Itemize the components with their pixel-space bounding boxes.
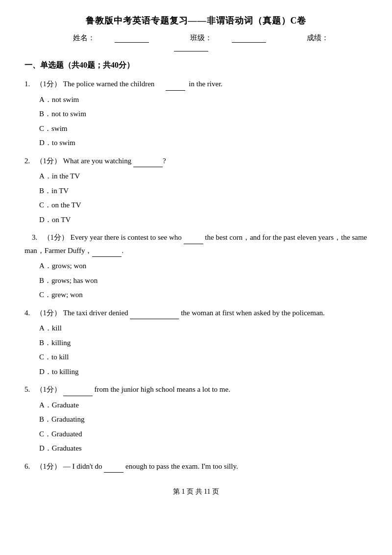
q2-optC: C．on the TV <box>39 199 368 212</box>
q1-optB: B．not to swim <box>39 108 368 121</box>
question-3: 3. （1分） Every year there is contest to s… <box>24 231 368 302</box>
question-3-text: 3. （1分） Every year there is contest to s… <box>24 231 368 257</box>
q3-content: Every year there is contest to see who t… <box>24 233 367 254</box>
q3-score: （1分） <box>43 233 69 241</box>
question-6-text: 6. （1分） — I didn't do enough to pass the… <box>24 460 368 473</box>
q3-optB: B．grows; has won <box>39 275 368 287</box>
q3-optA: A．grows; won <box>39 260 368 273</box>
q4-optB: B．killing <box>39 337 368 350</box>
q1-content: The police warned the children in the ri… <box>63 80 222 88</box>
q6-score: （1分） <box>36 462 62 470</box>
question-6: 6. （1分） — I didn't do enough to pass the… <box>24 460 368 473</box>
q1-optC: C．swim <box>39 123 368 135</box>
q5-optC: C．Graduated <box>39 428 368 441</box>
question-1-text: 1. （1分） The police warned the children i… <box>24 77 368 91</box>
name-label: 姓名： <box>63 34 161 42</box>
page-title: 鲁教版中考英语专题复习——非谓语动词（真题）C卷 <box>24 15 368 26</box>
q3-number: 3. <box>32 233 41 241</box>
header-row: 姓名： 班级： 成绩： <box>24 33 368 51</box>
q3-optC: C．grew; won <box>39 289 368 302</box>
q1-number: 1. <box>24 80 34 88</box>
q5-score: （1分） <box>36 385 62 393</box>
page-footer: 第 1 页 共 11 页 <box>24 487 368 496</box>
q4-optA: A．kill <box>39 322 368 335</box>
q2-number: 2. <box>24 157 34 165</box>
question-1: 1. （1分） The police warned the children i… <box>24 77 368 150</box>
question-5-text: 5. （1分） from the junior high school mean… <box>24 383 368 396</box>
question-4: 4. （1分） The taxi driver denied the woman… <box>24 306 368 378</box>
q5-content: from the junior high school means a lot … <box>63 385 230 393</box>
q6-content: — I didn't do enough to pass the exam. I… <box>63 462 238 470</box>
q1-optD: D．to swim <box>39 137 368 150</box>
class-label: 班级： <box>180 34 278 42</box>
section1-title: 一、单选题（共40题；共40分） <box>24 60 368 71</box>
q2-optA: A．in the TV <box>39 170 368 183</box>
question-2-text: 2. （1分） What are you watching ? <box>24 154 368 168</box>
q6-number: 6. <box>24 462 34 470</box>
q4-content: The taxi driver denied the woman at firs… <box>63 309 325 317</box>
question-4-text: 4. （1分） The taxi driver denied the woman… <box>24 306 368 320</box>
q2-optB: B．in TV <box>39 185 368 198</box>
q1-score: （1分） <box>36 80 62 88</box>
question-2: 2. （1分） What are you watching ? A．in the… <box>24 154 368 227</box>
q5-number: 5. <box>24 385 34 393</box>
q5-optA: A．Graduate <box>39 399 368 412</box>
q4-number: 4. <box>24 309 34 317</box>
q5-optB: B．Graduating <box>39 413 368 426</box>
q4-optD: D．to killing <box>39 366 368 378</box>
q4-score: （1分） <box>36 309 62 317</box>
q1-optA: A．not swim <box>39 94 368 106</box>
q4-optC: C．to kill <box>39 351 368 364</box>
q2-content: What are you watching ? <box>63 157 166 165</box>
question-5: 5. （1分） from the junior high school mean… <box>24 383 368 455</box>
q2-optD: D．on TV <box>39 214 368 227</box>
q2-score: （1分） <box>36 157 62 165</box>
q5-optD: D．Graduates <box>39 442 368 455</box>
